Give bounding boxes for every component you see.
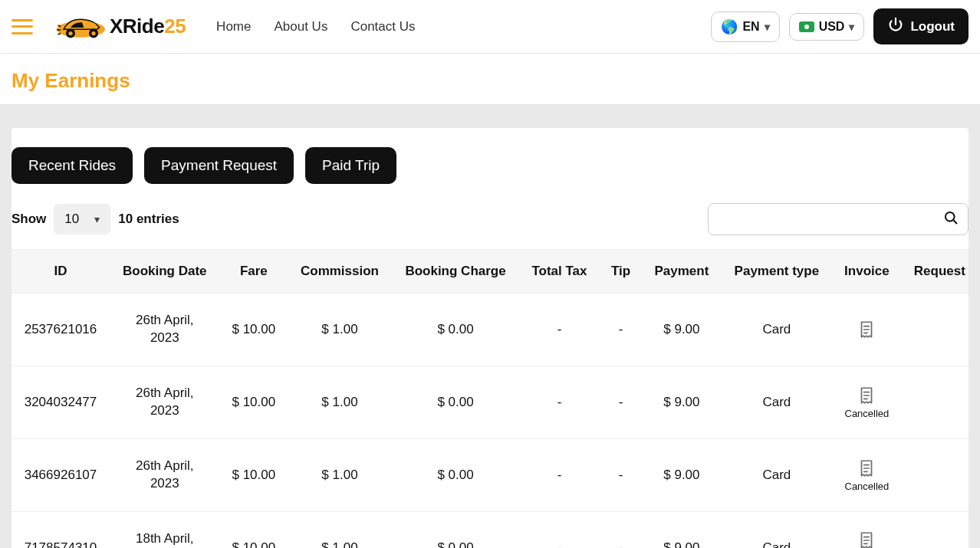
col-commission: Commission	[288, 250, 392, 294]
table-row: 320403247726th April, 2023$ 10.00$ 1.00$…	[12, 366, 968, 438]
cell-date: 26th April, 2023	[110, 438, 220, 511]
cell-tip: -	[600, 511, 643, 548]
cell-charge: $ 0.00	[392, 438, 519, 511]
svg-point-4	[91, 31, 95, 35]
page-title: My Earnings	[12, 69, 968, 93]
invoice-icon[interactable]	[843, 458, 890, 478]
col-request: Request	[902, 250, 968, 294]
cell-invoice: Cancelled	[832, 366, 901, 438]
table-controls: Show 10 ▾ 10 entries	[12, 203, 968, 249]
svg-point-2	[68, 31, 72, 35]
brand-text-b: 25	[164, 15, 186, 38]
header-right: 🌎 EN ▾ USD ▾ Logout	[711, 8, 968, 44]
table-viewport[interactable]: ID Booking Date Fare Commission Booking …	[12, 249, 968, 548]
col-fare: Fare	[220, 250, 288, 294]
cell-commission: $ 1.00	[288, 366, 392, 438]
invoice-status: Cancelled	[843, 409, 890, 419]
page-size-select[interactable]: 10 ▾	[54, 204, 110, 235]
cell-commission: $ 1.00	[288, 294, 392, 366]
tab-recent-rides[interactable]: Recent Rides	[12, 147, 133, 184]
cell-payment: $ 9.00	[642, 294, 721, 366]
language-select[interactable]: 🌎 EN ▾	[711, 11, 779, 42]
cell-request	[902, 294, 968, 366]
cell-ptype: Card	[722, 294, 833, 366]
cell-fare: $ 10.00	[220, 511, 288, 548]
cell-charge: $ 0.00	[392, 366, 519, 438]
col-payment: Payment	[642, 250, 721, 294]
cell-ptype: Card	[722, 366, 833, 438]
table-row: 253762101626th April, 2023$ 10.00$ 1.00$…	[12, 294, 968, 366]
invoice-icon[interactable]	[843, 530, 890, 548]
svg-line-6	[953, 220, 956, 223]
cell-tax: -	[519, 366, 600, 438]
tab-paid-trip[interactable]: Paid Trip	[305, 147, 396, 184]
cell-fare: $ 10.00	[220, 438, 288, 511]
invoice-icon[interactable]	[843, 320, 890, 340]
col-tip: Tip	[600, 250, 643, 294]
cell-invoice: Cancelled	[832, 511, 901, 548]
search-box[interactable]	[708, 203, 968, 235]
language-label: EN	[742, 20, 759, 34]
show-label: Show	[12, 212, 46, 227]
earnings-tabs: Recent Rides Payment Request Paid Trip	[12, 147, 968, 203]
table-row: 717857431018th April, 2023$ 10.00$ 1.00$…	[12, 511, 968, 548]
search-input[interactable]	[718, 212, 937, 227]
brand-text-a: XRide	[110, 15, 164, 38]
cell-invoice	[832, 294, 901, 366]
chevron-down-icon: ▾	[94, 213, 100, 225]
logout-label: Logout	[910, 19, 955, 34]
globe-icon: 🌎	[721, 18, 738, 35]
cell-payment: $ 9.00	[642, 511, 721, 548]
cell-tax: -	[519, 511, 600, 548]
col-tax: Total Tax	[519, 250, 600, 294]
earnings-table: ID Booking Date Fare Commission Booking …	[12, 249, 968, 548]
invoice-status: Cancelled	[843, 481, 890, 492]
col-ptype: Payment type	[722, 250, 833, 294]
cell-tip: -	[600, 294, 643, 366]
content-wrap: Recent Rides Payment Request Paid Trip S…	[0, 128, 980, 548]
page-size-value: 10	[64, 212, 79, 227]
header: XRide25 Home About Us Contact Us 🌎 EN ▾ …	[0, 0, 980, 54]
cell-fare: $ 10.00	[220, 294, 288, 366]
cell-id: 7178574310	[12, 511, 110, 548]
col-charge: Booking Charge	[392, 250, 519, 294]
chevron-down-icon: ▾	[765, 21, 770, 33]
tab-payment-request[interactable]: Payment Request	[144, 147, 294, 184]
cell-tip: -	[600, 438, 643, 511]
logout-button[interactable]: Logout	[873, 8, 968, 44]
separator-band	[0, 105, 980, 128]
nav-home[interactable]: Home	[216, 19, 251, 34]
table-row: 346692610726th April, 2023$ 10.00$ 1.00$…	[12, 438, 968, 511]
cell-commission: $ 1.00	[288, 511, 392, 548]
cell-commission: $ 1.00	[288, 438, 392, 511]
hamburger-icon[interactable]	[12, 19, 33, 34]
nav-contact[interactable]: Contact Us	[350, 19, 415, 34]
brand-logo[interactable]: XRide25	[52, 9, 186, 44]
cell-request	[902, 438, 968, 511]
cell-request	[902, 511, 968, 548]
table-body: 253762101626th April, 2023$ 10.00$ 1.00$…	[12, 294, 968, 549]
car-icon	[52, 9, 110, 44]
cell-charge: $ 0.00	[392, 294, 519, 366]
nav-about[interactable]: About Us	[274, 19, 327, 34]
cell-id: 2537621016	[12, 294, 110, 366]
cell-date: 18th April, 2023	[110, 511, 220, 548]
col-date: Booking Date	[110, 250, 220, 294]
brand-text: XRide25	[110, 15, 186, 38]
cell-payment: $ 9.00	[642, 366, 721, 438]
currency-select[interactable]: USD ▾	[789, 13, 865, 41]
chevron-down-icon: ▾	[849, 21, 854, 33]
search-icon[interactable]	[943, 210, 959, 229]
entries-count: 10 entries	[118, 212, 179, 227]
cell-tax: -	[519, 294, 600, 366]
top-nav: Home About Us Contact Us	[216, 19, 415, 34]
col-invoice: Invoice	[832, 250, 901, 294]
power-icon	[887, 16, 904, 37]
cell-tip: -	[600, 366, 643, 438]
cell-ptype: Card	[722, 511, 833, 548]
invoice-icon[interactable]	[843, 386, 890, 405]
cell-payment: $ 9.00	[642, 438, 721, 511]
col-id: ID	[12, 250, 110, 294]
money-icon	[799, 21, 814, 32]
cell-request	[902, 366, 968, 438]
